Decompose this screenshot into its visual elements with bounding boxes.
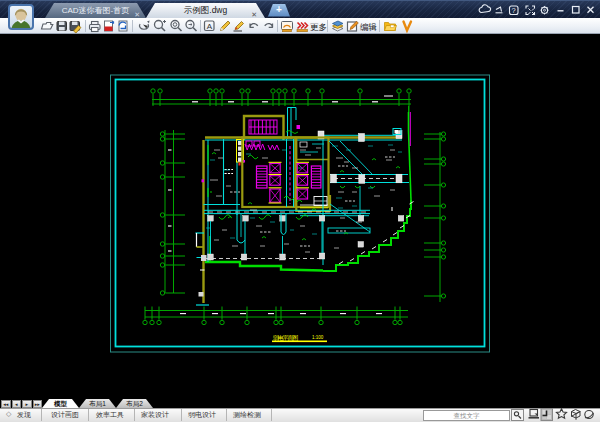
svg-text:?: ? bbox=[512, 6, 516, 15]
svg-text:编辑: 编辑 bbox=[360, 22, 377, 32]
svg-text:更多: 更多 bbox=[310, 22, 327, 32]
svg-text:A: A bbox=[207, 22, 213, 31]
